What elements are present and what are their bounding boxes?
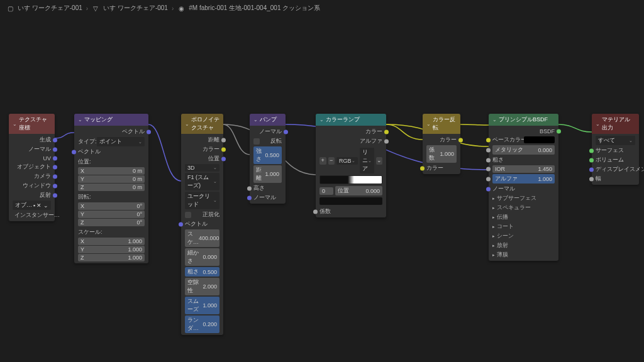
breadcrumb-item[interactable]: いす ワークチェア-001	[18, 4, 82, 13]
value-y[interactable]: Y0 m	[78, 175, 145, 183]
value-fac[interactable]: 係数1.000	[426, 145, 457, 163]
node-header[interactable]: ⌄マッピング	[74, 114, 148, 126]
color-swatch[interactable]	[524, 136, 555, 143]
chevron-right-icon: ›	[172, 5, 174, 12]
dim-dropdown[interactable]: 3D⌄	[185, 164, 219, 172]
value-distance[interactable]: 距離1.000	[253, 165, 282, 183]
value-strength[interactable]: 強さ0.500	[253, 146, 282, 164]
section-thinfilm[interactable]: ▸薄膜	[489, 250, 558, 260]
ramp-mode-dropdown[interactable]: RGB⌄	[336, 157, 358, 165]
node-header[interactable]: ⌄マテリアル出力	[592, 114, 639, 134]
type-dropdown[interactable]: ポイント⌄	[97, 137, 145, 146]
node-bump[interactable]: ⌄バンプ ノーマル 反転 強さ0.500 距離1.000 高さ ノーマル	[250, 114, 286, 204]
object-picker[interactable]: オブ…▪ ✕ ⌄	[13, 200, 51, 210]
socket-out[interactable]	[221, 147, 226, 151]
ramp-position[interactable]: 位置0.000	[335, 186, 382, 195]
socket-in[interactable]	[247, 195, 252, 200]
chevron-right-icon: ›	[86, 5, 88, 12]
section-subsurface[interactable]: ▸サブサーフェス	[489, 194, 558, 203]
node-header[interactable]: ⌄カラー反転	[423, 114, 460, 134]
node-texture-coordinate[interactable]: ⌄テクスチャ座標 生成 ノーマル UV オブジェクト カメラ ウィンドウ 反射 …	[9, 114, 55, 221]
ramp-color-swatch[interactable]	[319, 197, 382, 205]
socket-in[interactable]	[486, 158, 491, 162]
socket-out[interactable]	[53, 138, 57, 142]
section-sheen[interactable]: ▸シーン	[489, 231, 558, 241]
socket-out[interactable]	[53, 147, 57, 151]
value-lacunarity[interactable]: 空隙性2.000	[185, 278, 219, 295]
socket-out[interactable]	[384, 129, 389, 134]
socket-out[interactable]	[53, 165, 57, 169]
value-x[interactable]: X0°	[78, 202, 145, 210]
value-z[interactable]: Z1.000	[78, 254, 145, 261]
value-metallic[interactable]: メタリック0.000	[492, 145, 555, 155]
socket-in[interactable]	[179, 222, 183, 226]
socket-in[interactable]	[589, 148, 594, 153]
socket-out[interactable]	[221, 138, 226, 142]
socket-in[interactable]	[313, 209, 318, 214]
socket-in[interactable]	[420, 166, 425, 170]
breadcrumb-item[interactable]: いす ワークチェア-001	[103, 4, 168, 13]
value-z[interactable]: Z0°	[78, 219, 145, 226]
node-material-output[interactable]: ⌄マテリアル出力 すべて⌄ サーフェス ボリューム ディスプレイスメント 幅	[592, 114, 639, 185]
socket-out[interactable]	[384, 139, 389, 143]
checkbox-invert[interactable]	[253, 138, 260, 145]
section-transmission[interactable]: ▸伝播	[489, 212, 558, 222]
node-color-ramp[interactable]: ⌄カラーランプ カラー アルファ + − RGB⌄ リニア⌄ ⌄ 0 位置0.0…	[316, 114, 386, 217]
value-x[interactable]: X1.000	[78, 238, 145, 245]
socket-in[interactable]	[486, 187, 491, 191]
socket-in[interactable]	[72, 150, 76, 154]
section-coat[interactable]: ▸コート	[489, 222, 558, 231]
breadcrumb-item[interactable]: #M fabric-001 生地-001-004_001 クッション系	[189, 4, 320, 13]
socket-out[interactable]	[147, 129, 151, 134]
socket-in[interactable]	[486, 148, 491, 152]
ramp-index[interactable]: 0	[319, 187, 333, 195]
node-voronoi-texture[interactable]: ⌄ボロノイテクスチャ 距離 カラー 位置 3D⌄ F1 (スムーズ)⌄ ユークリ…	[181, 114, 223, 335]
socket-out[interactable]	[284, 129, 288, 134]
socket-out[interactable]	[53, 174, 57, 178]
ramp-menu-button[interactable]: ⌄	[376, 157, 383, 165]
node-invert-color[interactable]: ⌄カラー反転 カラー 係数1.000 カラー	[423, 114, 460, 174]
socket-in[interactable]	[589, 158, 594, 162]
feature-dropdown[interactable]: F1 (スムーズ)⌄	[185, 173, 219, 190]
value-smoothness[interactable]: スムーズ1.000	[185, 297, 219, 314]
node-header[interactable]: ⌄バンプ	[250, 114, 286, 126]
value-z[interactable]: Z0 m	[78, 184, 145, 191]
target-dropdown[interactable]: すべて⌄	[596, 136, 635, 145]
socket-in[interactable]	[486, 167, 491, 172]
node-principled-bsdf[interactable]: ⌄プリンシプルBSDF BSDF ベースカラー メタリック0.000 粗さ IO…	[489, 114, 558, 261]
value-y[interactable]: Y0°	[78, 211, 145, 218]
socket-in[interactable]	[589, 177, 594, 181]
socket-out[interactable]	[53, 156, 57, 160]
socket-out[interactable]	[221, 156, 226, 161]
color-ramp-gradient[interactable]	[319, 175, 382, 184]
socket-out[interactable]	[53, 193, 57, 197]
node-header[interactable]: ⌄プリンシプルBSDF	[489, 114, 558, 126]
node-header[interactable]: ⌄カラーランプ	[316, 114, 386, 126]
socket-out[interactable]	[458, 138, 463, 142]
node-graph[interactable]: ⌄テクスチャ座標 生成 ノーマル UV オブジェクト カメラ ウィンドウ 反射 …	[0, 15, 644, 362]
value-randomness[interactable]: ランダ…0.200	[185, 315, 219, 333]
ramp-remove-button[interactable]: −	[328, 157, 335, 165]
section-specular[interactable]: ▸スペキュラー	[489, 203, 558, 212]
section-emission[interactable]: ▸放射	[489, 241, 558, 250]
checkbox-normalize[interactable]	[185, 212, 191, 218]
value-alpha[interactable]: アルファ1.000	[492, 174, 555, 184]
value-y[interactable]: Y1.000	[78, 246, 145, 253]
value-ior[interactable]: IOR1.450	[492, 165, 555, 173]
socket-in[interactable]	[589, 167, 594, 172]
node-mapping[interactable]: ⌄マッピング ベクトル タイプ:ポイント⌄ ベクトル 位置: X0 m Y0 m…	[74, 114, 148, 263]
value-detail[interactable]: 細かさ0.000	[185, 248, 219, 266]
value-roughness[interactable]: 粗さ0.500	[185, 267, 219, 277]
ramp-interp-dropdown[interactable]: リニア⌄	[360, 148, 374, 173]
value-scale[interactable]: スケ…400.000	[185, 229, 219, 247]
ramp-add-button[interactable]: +	[319, 157, 326, 165]
value-x[interactable]: X0 m	[78, 167, 145, 175]
node-header[interactable]: ⌄テクスチャ座標	[9, 114, 55, 134]
socket-in[interactable]	[486, 177, 491, 181]
node-header[interactable]: ⌄ボロノイテクスチャ	[181, 114, 223, 134]
socket-in[interactable]	[486, 138, 491, 142]
socket-out[interactable]	[557, 129, 561, 133]
socket-in[interactable]	[247, 186, 252, 190]
metric-dropdown[interactable]: ユークリッド⌄	[185, 192, 219, 209]
socket-out[interactable]	[53, 184, 57, 188]
